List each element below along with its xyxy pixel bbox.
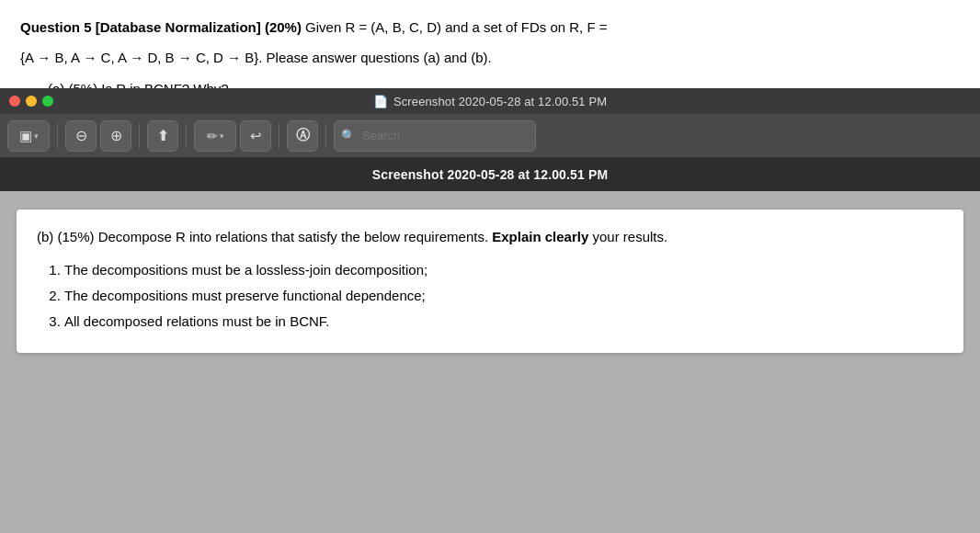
toolbar-separator-1: [57, 123, 58, 149]
markup-icon: Ⓐ: [296, 127, 310, 144]
zoom-out-icon: ⊖: [75, 127, 87, 144]
share-button[interactable]: ⬆: [147, 120, 178, 152]
toolbar: ▣ ▾ ⊖ ⊕ ⬆ ✏ ▾ ↩ Ⓐ 🔍: [0, 114, 980, 158]
toolbar-separator-3: [186, 123, 187, 149]
annotate-chevron-icon: ▾: [220, 131, 224, 141]
window-controls: [9, 96, 53, 107]
toolbar-separator-4: [279, 123, 279, 149]
sidebar-toggle-button[interactable]: ▣ ▾: [7, 120, 50, 152]
markup-button[interactable]: Ⓐ: [287, 120, 318, 152]
zoom-in-button[interactable]: ⊕: [100, 120, 131, 152]
toolbar-separator-5: [325, 123, 326, 149]
window-title: Screenshot 2020-05-28 at 12.00.51 PM: [393, 95, 607, 108]
content-card: (b) (15%) Decompose R into relations tha…: [17, 210, 963, 353]
title-bar-title: 📄 Screenshot 2020-05-28 at 12.00.51 PM: [373, 95, 607, 108]
search-container: 🔍: [334, 120, 536, 152]
rotate-icon: ↩: [250, 128, 262, 144]
chevron-down-icon: ▾: [34, 131, 39, 141]
maximize-button[interactable]: [42, 96, 53, 107]
doc-question-line2: {A → B, A → C, A → D, B → C, D → B}. Ple…: [20, 47, 960, 68]
title-bar: 📄 Screenshot 2020-05-28 at 12.00.51 PM: [0, 88, 980, 114]
requirement-3: All decomposed relations must be in BCNF…: [64, 311, 943, 333]
subtitle-title: Screenshot 2020-05-28 at 12.00.51 PM: [372, 167, 608, 182]
share-icon: ⬆: [157, 128, 169, 144]
toolbar-separator-2: [139, 123, 140, 149]
main-content: (b) (15%) Decompose R into relations tha…: [0, 191, 980, 533]
search-input[interactable]: [334, 120, 536, 152]
zoom-in-icon: ⊕: [110, 127, 122, 144]
requirement-1: The decompositions must be a lossless-jo…: [64, 259, 943, 281]
explain-clearly-bold: Explain clearly: [492, 229, 588, 244]
close-button[interactable]: [9, 96, 20, 107]
subtitle-bar: Screenshot 2020-05-28 at 12.00.51 PM: [0, 158, 980, 191]
sidebar-icon: ▣: [19, 128, 32, 144]
requirement-2: The decompositions must preserve functio…: [64, 285, 943, 307]
pencil-icon: ✏: [207, 129, 218, 143]
document-icon: 📄: [373, 95, 388, 108]
document-preview: Question 5 [Database Normalization] (20%…: [0, 0, 980, 88]
part-b-intro: (b) (15%) Decompose R into relations tha…: [37, 226, 943, 248]
requirements-list: The decompositions must be a lossless-jo…: [64, 259, 943, 333]
annotate-button[interactable]: ✏ ▾: [194, 120, 236, 152]
minimize-button[interactable]: [26, 96, 37, 107]
doc-question-title: Question 5 [Database Normalization] (20%…: [20, 19, 302, 35]
doc-question-line1: Question 5 [Database Normalization] (20%…: [20, 17, 960, 38]
rotate-button[interactable]: ↩: [240, 120, 271, 152]
zoom-out-button[interactable]: ⊖: [65, 120, 97, 152]
